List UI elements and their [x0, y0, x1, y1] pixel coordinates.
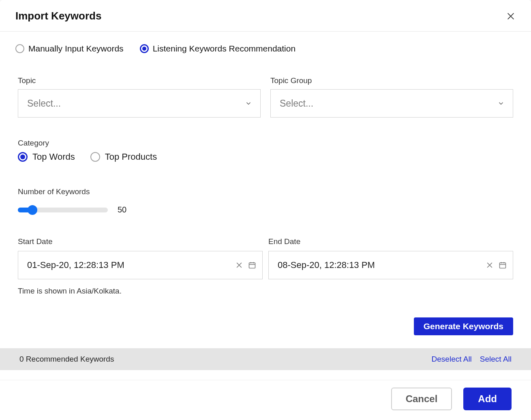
start-date-input[interactable]: 01-Sep-20, 12:28:13 PM: [18, 251, 263, 279]
date-range-row: Start Date 01-Sep-20, 12:28:13 PM End Da…: [0, 214, 531, 279]
topic-field: Topic Select...: [18, 76, 261, 118]
radio-icon: [140, 44, 149, 53]
radio-icon: [90, 152, 100, 162]
mode-manual-radio[interactable]: Manually Input Keywords: [15, 44, 124, 54]
category-top-words-radio[interactable]: Top Words: [18, 152, 75, 162]
calendar-icon: [248, 261, 256, 269]
category-top-words-label: Top Words: [32, 152, 75, 162]
end-date-value: 08-Sep-20, 12:28:13 PM: [278, 260, 375, 270]
start-date-calendar-button[interactable]: [248, 261, 257, 270]
close-button[interactable]: [506, 11, 516, 21]
radio-icon: [15, 44, 24, 53]
category-top-products-radio[interactable]: Top Products: [90, 152, 157, 162]
start-date-label: Start Date: [18, 237, 263, 246]
end-date-field: End Date 08-Sep-20, 12:28:13 PM: [268, 237, 513, 279]
calendar-icon: [499, 261, 507, 269]
keywords-count-slider[interactable]: [18, 208, 108, 212]
topic-select[interactable]: Select...: [18, 89, 261, 118]
topic-row: Topic Select... Topic Group Select...: [0, 76, 531, 118]
select-all-link[interactable]: Select All: [480, 355, 512, 364]
add-button[interactable]: Add: [463, 388, 512, 410]
keywords-count-slider-row: 50: [18, 205, 513, 214]
close-icon: [486, 261, 494, 269]
chevron-down-icon: [245, 100, 252, 107]
svg-rect-0: [249, 263, 255, 268]
recommended-count: 0 Recommended Keywords: [19, 355, 114, 364]
slider-thumb[interactable]: [28, 205, 37, 215]
svg-rect-1: [500, 263, 506, 268]
modal-title: Import Keywords: [15, 10, 101, 22]
chevron-down-icon: [497, 100, 505, 107]
modal-header: Import Keywords: [0, 0, 531, 32]
topic-group-label: Topic Group: [270, 76, 513, 85]
generate-keywords-button[interactable]: Generate Keywords: [414, 317, 513, 335]
deselect-all-link[interactable]: Deselect All: [432, 355, 472, 364]
keywords-count-field: Number of Keywords 50: [0, 162, 531, 214]
mode-selector: Manually Input Keywords Listening Keywor…: [0, 44, 531, 54]
end-date-calendar-button[interactable]: [498, 261, 507, 270]
modal-footer: Cancel Add: [0, 380, 531, 420]
generate-row: Generate Keywords: [0, 296, 531, 348]
close-icon: [235, 261, 243, 269]
keywords-count-value: 50: [118, 205, 126, 214]
close-icon: [506, 12, 515, 21]
start-date-icons: [235, 261, 257, 270]
keywords-count-label: Number of Keywords: [18, 187, 513, 196]
topic-group-field: Topic Group Select...: [270, 76, 513, 118]
category-top-products-label: Top Products: [105, 152, 157, 162]
recommended-actions: Deselect All Select All: [432, 355, 512, 364]
topic-placeholder: Select...: [27, 98, 61, 109]
end-date-input[interactable]: 08-Sep-20, 12:28:13 PM: [268, 251, 513, 279]
import-keywords-modal: Import Keywords Manually Input Keywords …: [0, 0, 531, 420]
clear-end-date-button[interactable]: [485, 261, 494, 270]
topic-label: Topic: [18, 76, 261, 85]
mode-manual-label: Manually Input Keywords: [28, 44, 124, 54]
radio-icon: [18, 152, 28, 162]
clear-start-date-button[interactable]: [235, 261, 244, 270]
category-field: Category Top Words Top Products: [0, 118, 531, 162]
end-date-label: End Date: [268, 237, 513, 246]
cancel-button[interactable]: Cancel: [391, 388, 452, 410]
modal-body: Manually Input Keywords Listening Keywor…: [0, 32, 531, 380]
category-options: Top Words Top Products: [18, 152, 513, 162]
timezone-note: Time is shown in Asia/Kolkata.: [0, 279, 531, 296]
recommended-bar: 0 Recommended Keywords Deselect All Sele…: [0, 348, 531, 370]
topic-group-placeholder: Select...: [280, 98, 313, 109]
start-date-field: Start Date 01-Sep-20, 12:28:13 PM: [18, 237, 263, 279]
start-date-value: 01-Sep-20, 12:28:13 PM: [27, 260, 124, 270]
mode-listening-radio[interactable]: Listening Keywords Recommendation: [140, 44, 296, 54]
category-label: Category: [18, 139, 513, 148]
mode-listening-label: Listening Keywords Recommendation: [153, 44, 296, 54]
topic-group-select[interactable]: Select...: [270, 89, 513, 118]
end-date-icons: [485, 261, 507, 270]
